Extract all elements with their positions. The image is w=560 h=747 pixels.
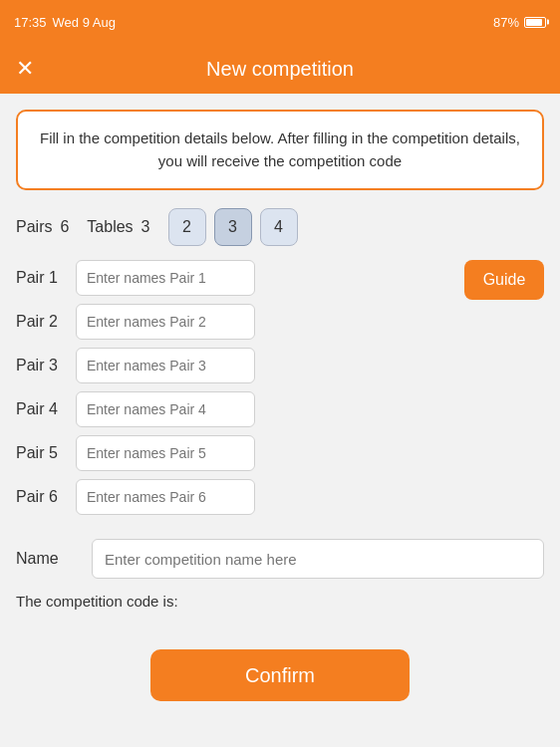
status-right: 87% xyxy=(493,15,546,30)
pair-1-input[interactable] xyxy=(76,260,255,296)
status-left: 17:35 Wed 9 Aug xyxy=(14,15,116,30)
pair-5-input[interactable] xyxy=(76,435,255,471)
pair-2-input[interactable] xyxy=(76,304,255,340)
confirm-button[interactable]: Confirm xyxy=(150,649,410,701)
tables-value: 3 xyxy=(141,218,150,236)
battery-fill xyxy=(526,19,542,26)
pair-6-input[interactable] xyxy=(76,479,255,515)
pair-row-3: Pair 3 xyxy=(16,348,544,383)
status-bar: 17:35 Wed 9 Aug 87% xyxy=(0,0,560,44)
pair-6-label: Pair 6 xyxy=(16,488,64,506)
pair-4-input[interactable] xyxy=(76,391,255,427)
time: 17:35 xyxy=(14,15,47,30)
content: Fill in the competition details below. A… xyxy=(0,94,560,747)
battery-percent: 87% xyxy=(493,15,519,30)
num-btn-4[interactable]: 4 xyxy=(260,208,298,246)
pair-4-label: Pair 4 xyxy=(16,400,64,418)
pair-5-label: Pair 5 xyxy=(16,444,64,462)
name-row: Name xyxy=(16,539,544,579)
pair-row-4: Pair 4 xyxy=(16,391,544,427)
pair-row-2: Pair 2 xyxy=(16,304,544,340)
date: Wed 9 Aug xyxy=(53,15,116,30)
info-box: Fill in the competition details below. A… xyxy=(16,110,544,190)
close-button[interactable]: ✕ xyxy=(16,58,34,80)
name-label: Name xyxy=(16,550,76,568)
pair-3-label: Pair 3 xyxy=(16,357,64,374)
guide-button[interactable]: Guide xyxy=(464,260,544,300)
pair-2-label: Pair 2 xyxy=(16,313,64,331)
pair-row-5: Pair 5 xyxy=(16,435,544,471)
pair-3-input[interactable] xyxy=(76,348,255,383)
config-row: Pairs 6 Tables 3 2 3 4 xyxy=(16,208,544,246)
pairs-value: 6 xyxy=(60,218,69,236)
pair-1-label: Pair 1 xyxy=(16,269,64,287)
battery-icon xyxy=(524,17,546,28)
competition-code-text: The competition code is: xyxy=(16,593,544,610)
num-btn-2[interactable]: 2 xyxy=(168,208,206,246)
competition-name-input[interactable] xyxy=(92,539,544,579)
page-title: New competition xyxy=(206,58,354,81)
header: ✕ New competition xyxy=(0,44,560,94)
pairs-label: Pairs xyxy=(16,218,52,236)
num-btn-3[interactable]: 3 xyxy=(214,208,252,246)
pairs-container: Guide Pair 1 Pair 2 Pair 3 Pair 4 Pair 5… xyxy=(16,260,544,515)
info-text: Fill in the competition details below. A… xyxy=(40,129,520,169)
pair-row-6: Pair 6 xyxy=(16,479,544,515)
tables-label: Tables xyxy=(87,218,133,236)
